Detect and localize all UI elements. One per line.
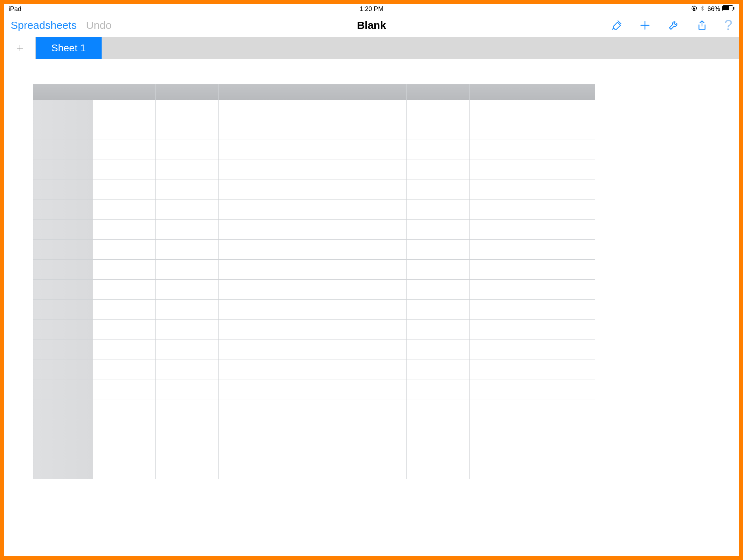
help-icon[interactable]: ? (724, 17, 732, 33)
cell[interactable] (93, 439, 156, 459)
row-header[interactable] (33, 200, 93, 220)
back-button[interactable]: Spreadsheets (11, 19, 77, 31)
cell[interactable] (470, 140, 532, 160)
cell[interactable] (344, 459, 407, 479)
cell[interactable] (470, 100, 532, 120)
cell[interactable] (532, 140, 595, 160)
row-header[interactable] (33, 120, 93, 140)
cell[interactable] (219, 419, 281, 439)
cell[interactable] (407, 379, 470, 399)
cell[interactable] (93, 220, 156, 240)
cell[interactable] (281, 439, 344, 459)
cell[interactable] (281, 260, 344, 280)
cell[interactable] (407, 399, 470, 419)
cell[interactable] (344, 320, 407, 339)
cell[interactable] (344, 339, 407, 359)
cell[interactable] (532, 339, 595, 359)
column-header[interactable] (470, 84, 532, 100)
cell[interactable] (93, 379, 156, 399)
row-header[interactable] (33, 439, 93, 459)
cell[interactable] (156, 240, 219, 260)
cell[interactable] (532, 220, 595, 240)
cell[interactable] (470, 200, 532, 220)
cell[interactable] (344, 260, 407, 280)
row-header[interactable] (33, 359, 93, 379)
cell[interactable] (156, 300, 219, 320)
row-header[interactable] (33, 419, 93, 439)
paintbrush-icon[interactable] (610, 19, 622, 31)
cell[interactable] (281, 140, 344, 160)
cell[interactable] (93, 419, 156, 439)
cell[interactable] (281, 120, 344, 140)
cell[interactable] (532, 439, 595, 459)
cell[interactable] (156, 120, 219, 140)
cell[interactable] (407, 459, 470, 479)
cell[interactable] (407, 180, 470, 200)
cell[interactable] (281, 359, 344, 379)
cell[interactable] (219, 359, 281, 379)
cell[interactable] (407, 140, 470, 160)
cell[interactable] (407, 100, 470, 120)
cell[interactable] (344, 439, 407, 459)
column-header[interactable] (532, 84, 595, 100)
cell[interactable] (532, 200, 595, 220)
cell[interactable] (219, 180, 281, 200)
cell[interactable] (93, 240, 156, 260)
cell[interactable] (470, 359, 532, 379)
cell[interactable] (219, 240, 281, 260)
cell[interactable] (93, 180, 156, 200)
cell[interactable] (156, 220, 219, 240)
cell[interactable] (93, 399, 156, 419)
cell[interactable] (344, 379, 407, 399)
cell[interactable] (219, 140, 281, 160)
cell[interactable] (407, 419, 470, 439)
cell[interactable] (156, 180, 219, 200)
column-header[interactable] (407, 84, 470, 100)
wrench-icon[interactable] (667, 19, 680, 31)
cell[interactable] (344, 240, 407, 260)
column-header[interactable] (156, 84, 219, 100)
cell[interactable] (470, 220, 532, 240)
cell[interactable] (470, 300, 532, 320)
cell[interactable] (156, 160, 219, 180)
cell[interactable] (156, 339, 219, 359)
cell[interactable] (93, 459, 156, 479)
cell[interactable] (219, 320, 281, 339)
row-header[interactable] (33, 339, 93, 359)
cell[interactable] (156, 459, 219, 479)
cell[interactable] (281, 459, 344, 479)
cell[interactable] (93, 300, 156, 320)
cell[interactable] (281, 300, 344, 320)
cell[interactable] (407, 300, 470, 320)
column-header[interactable] (219, 84, 281, 100)
cell[interactable] (407, 339, 470, 359)
column-header[interactable] (93, 84, 156, 100)
cell[interactable] (532, 120, 595, 140)
cell[interactable] (470, 180, 532, 200)
cell[interactable] (281, 200, 344, 220)
row-header[interactable] (33, 399, 93, 419)
cell[interactable] (93, 359, 156, 379)
cell[interactable] (219, 280, 281, 300)
cell[interactable] (344, 220, 407, 240)
cell[interactable] (281, 220, 344, 240)
cell[interactable] (407, 240, 470, 260)
row-header[interactable] (33, 459, 93, 479)
cell[interactable] (156, 140, 219, 160)
cell[interactable] (219, 459, 281, 479)
cell[interactable] (93, 339, 156, 359)
cell[interactable] (156, 439, 219, 459)
cell[interactable] (156, 280, 219, 300)
cell[interactable] (344, 280, 407, 300)
cell[interactable] (470, 280, 532, 300)
cell[interactable] (219, 200, 281, 220)
cell[interactable] (532, 459, 595, 479)
cell[interactable] (93, 160, 156, 180)
cell[interactable] (281, 379, 344, 399)
cell[interactable] (532, 160, 595, 180)
row-header[interactable] (33, 100, 93, 120)
cell[interactable] (470, 419, 532, 439)
cell[interactable] (470, 260, 532, 280)
cell[interactable] (93, 260, 156, 280)
cell[interactable] (219, 399, 281, 419)
